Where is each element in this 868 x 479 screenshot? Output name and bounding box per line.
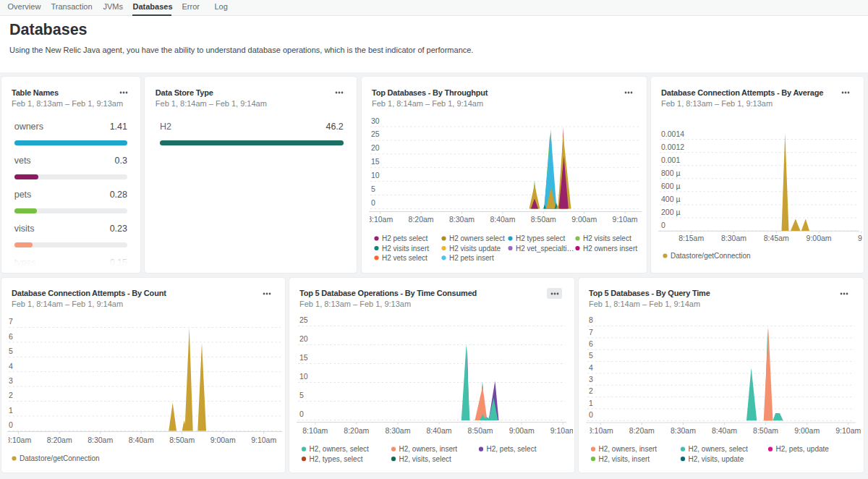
svg-text:7: 7: [589, 327, 593, 336]
svg-text:20: 20: [299, 334, 308, 343]
svg-text:0: 0: [589, 410, 593, 419]
svg-text:3: 3: [9, 376, 13, 384]
svg-text:8:10am: 8:10am: [367, 215, 393, 224]
svg-text:8:10am: 8:10am: [6, 435, 31, 444]
svg-text:2: 2: [9, 391, 13, 399]
svg-text:8:40am: 8:40am: [426, 425, 451, 434]
svg-text:9:10am: 9:10am: [550, 425, 574, 434]
svg-text:25: 25: [371, 130, 380, 138]
svg-text:6: 6: [9, 331, 13, 340]
svg-text:8:50am: 8:50am: [753, 426, 778, 435]
svg-text:4: 4: [589, 363, 593, 371]
svg-text:8:30am: 8:30am: [449, 215, 475, 224]
svg-text:H2 owners insert: H2 owners insert: [583, 245, 637, 253]
svg-text:10: 10: [299, 372, 308, 381]
svg-text:9:10am: 9:10am: [251, 435, 276, 444]
svg-text:8:40am: 8:40am: [712, 426, 737, 435]
svg-text:8:40am: 8:40am: [490, 215, 515, 224]
svg-text:9:00am: 9:00am: [794, 426, 820, 435]
svg-text:8:10am: 8:10am: [302, 425, 328, 434]
svg-text:8:30am: 8:30am: [671, 426, 696, 435]
svg-text:400 µ: 400 µ: [661, 195, 681, 203]
svg-text:8:20am: 8:20am: [629, 426, 655, 435]
svg-text:8:30am: 8:30am: [385, 425, 410, 434]
svg-text:8:45am: 8:45am: [764, 234, 789, 242]
svg-text:0.0012: 0.0012: [661, 143, 684, 151]
svg-text:0: 0: [661, 221, 665, 229]
svg-text:H2, types, select: H2, types, select: [310, 454, 363, 462]
svg-text:Datastore/getConnection: Datastore/getConnection: [671, 252, 751, 260]
svg-text:0.001: 0.001: [661, 156, 680, 164]
svg-text:4: 4: [9, 361, 13, 370]
svg-text:15: 15: [371, 157, 380, 166]
svg-text:3: 3: [589, 375, 593, 383]
svg-text:9: 9: [858, 234, 862, 242]
svg-text:H2 visits select: H2 visits select: [583, 234, 631, 242]
svg-text:H2, owners, insert: H2, owners, insert: [399, 445, 458, 453]
svg-text:25: 25: [299, 315, 308, 324]
svg-text:H2, pets, update: H2, pets, update: [776, 445, 830, 453]
svg-text:5: 5: [299, 391, 304, 399]
svg-text:1: 1: [9, 405, 13, 414]
svg-text:5: 5: [371, 185, 375, 193]
svg-text:H2 visits insert: H2 visits insert: [382, 245, 429, 253]
svg-text:0.0014: 0.0014: [661, 130, 684, 138]
svg-text:9:00am: 9:00am: [210, 435, 236, 444]
svg-text:6: 6: [589, 339, 593, 348]
svg-text:0: 0: [371, 198, 375, 207]
svg-text:H2 vet_specialti…: H2 vet_specialti…: [516, 245, 574, 253]
svg-text:30: 30: [371, 116, 380, 125]
svg-text:H2, pets, select: H2, pets, select: [487, 445, 537, 453]
svg-text:0: 0: [9, 420, 13, 429]
svg-text:0: 0: [299, 410, 304, 418]
svg-text:8:20am: 8:20am: [47, 435, 72, 444]
svg-text:H2 types select: H2 types select: [516, 234, 566, 242]
svg-text:20: 20: [371, 143, 380, 152]
svg-text:H2, owners, select: H2, owners, select: [310, 445, 369, 453]
svg-text:9:00am: 9:00am: [807, 234, 832, 242]
svg-text:H2, owners, select: H2, owners, select: [689, 445, 748, 453]
svg-text:10: 10: [371, 171, 380, 179]
svg-text:8:50am: 8:50am: [169, 435, 195, 444]
svg-text:8:10am: 8:10am: [588, 426, 613, 435]
svg-text:8:15am: 8:15am: [678, 234, 704, 242]
svg-text:H2 owners select: H2 owners select: [449, 234, 505, 242]
svg-text:H2 vets select: H2 vets select: [382, 254, 427, 262]
svg-text:2: 2: [589, 386, 593, 395]
svg-text:1: 1: [589, 398, 593, 407]
svg-text:15: 15: [299, 353, 308, 362]
svg-text:8:40am: 8:40am: [129, 435, 154, 444]
svg-text:5: 5: [9, 347, 13, 355]
svg-text:8:30am: 8:30am: [721, 234, 746, 242]
svg-text:H2 pets select: H2 pets select: [382, 234, 428, 242]
svg-text:H2, visits, select: H2, visits, select: [399, 454, 451, 462]
svg-text:600 µ: 600 µ: [661, 182, 681, 190]
svg-text:200 µ: 200 µ: [661, 208, 681, 216]
svg-text:9:00am: 9:00am: [571, 215, 597, 224]
svg-text:800 µ: 800 µ: [661, 169, 681, 177]
svg-text:8: 8: [589, 315, 593, 324]
svg-text:7: 7: [9, 317, 13, 326]
svg-text:5: 5: [589, 351, 593, 360]
svg-text:9:10am: 9:10am: [835, 426, 861, 435]
svg-text:H2, visits, update: H2, visits, update: [689, 454, 744, 462]
svg-text:8:20am: 8:20am: [409, 215, 434, 224]
svg-text:8:20am: 8:20am: [344, 425, 369, 434]
svg-text:H2, owners, insert: H2, owners, insert: [599, 445, 658, 453]
svg-text:8:30am: 8:30am: [88, 435, 113, 444]
svg-text:9:00am: 9:00am: [509, 425, 535, 434]
svg-text:H2 pets insert: H2 pets insert: [449, 254, 494, 262]
svg-text:8:50am: 8:50am: [531, 215, 556, 224]
svg-text:8:50am: 8:50am: [468, 425, 493, 434]
svg-text:9:10am: 9:10am: [613, 215, 638, 224]
svg-text:H2, visits, insert: H2, visits, insert: [599, 454, 650, 462]
svg-text:Datastore/getConnection: Datastore/getConnection: [20, 454, 100, 462]
svg-text:H2 visits update: H2 visits update: [449, 245, 501, 253]
